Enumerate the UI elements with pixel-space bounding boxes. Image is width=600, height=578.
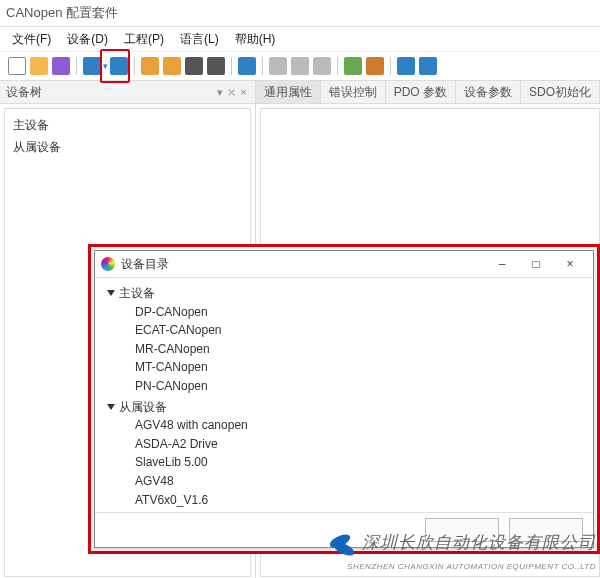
folder-open-icon[interactable] bbox=[163, 57, 181, 75]
dialog-ok-button[interactable] bbox=[425, 518, 499, 542]
menu-file[interactable]: 文件(F) bbox=[4, 27, 59, 51]
chevron-down-icon bbox=[107, 404, 115, 410]
menu-help[interactable]: 帮助(H) bbox=[227, 27, 284, 51]
catalog-item[interactable]: AGV48 with canopen bbox=[107, 416, 581, 435]
menu-device[interactable]: 设备(D) bbox=[59, 27, 116, 51]
device-catalog-dialog: 设备目录 – □ × 主设备DP-CANopenECAT-CANopenMR-C… bbox=[94, 250, 594, 548]
dialog-cancel-button[interactable] bbox=[509, 518, 583, 542]
dialog-body: 主设备DP-CANopenECAT-CANopenMR-CANopenMT-CA… bbox=[95, 278, 593, 512]
wand-icon[interactable] bbox=[185, 57, 203, 75]
tab-4[interactable]: SDO初始化 bbox=[521, 81, 600, 103]
play-icon[interactable] bbox=[291, 57, 309, 75]
stop-icon[interactable] bbox=[269, 57, 287, 75]
pause-icon[interactable] bbox=[313, 57, 331, 75]
gear-icon[interactable] bbox=[207, 57, 225, 75]
highlight-rect bbox=[100, 49, 130, 83]
dialog-footer bbox=[95, 512, 593, 547]
dialog-highlight-frame: 设备目录 – □ × 主设备DP-CANopenECAT-CANopenMR-C… bbox=[88, 244, 600, 554]
dialog-title: 设备目录 bbox=[121, 256, 485, 273]
close-pane-icon[interactable]: × bbox=[240, 86, 246, 98]
catalog-item[interactable]: MT-CANopen bbox=[107, 358, 581, 377]
catalog-item[interactable]: PN-CANopen bbox=[107, 377, 581, 396]
catalog-item[interactable]: ATV6x0_V1.6 bbox=[107, 491, 581, 510]
menu-language[interactable]: 语言(L) bbox=[172, 27, 227, 51]
tab-3[interactable]: 设备参数 bbox=[456, 81, 521, 103]
help-icon[interactable] bbox=[419, 57, 437, 75]
tabs: 通用属性错误控制PDO 参数设备参数SDO初始化 bbox=[256, 81, 600, 104]
maximize-button[interactable]: □ bbox=[519, 254, 553, 274]
chevron-down-icon bbox=[107, 290, 115, 296]
dropdown-icon[interactable]: ▾ bbox=[217, 86, 223, 99]
catalog-item[interactable]: DP-CANopen bbox=[107, 303, 581, 322]
toolbar: ▾ bbox=[0, 51, 600, 81]
pin-icon[interactable]: ⤫ bbox=[227, 86, 236, 99]
catalog-item[interactable]: ASDA-A2 Drive bbox=[107, 435, 581, 454]
window-titlebar: CANopen 配置套件 bbox=[0, 0, 600, 27]
save2-icon[interactable] bbox=[344, 57, 362, 75]
tree-item[interactable]: 从属设备 bbox=[13, 137, 242, 159]
menu-project[interactable]: 工程(P) bbox=[116, 27, 172, 51]
catalog-item[interactable]: AGV48 bbox=[107, 472, 581, 491]
tab-0[interactable]: 通用属性 bbox=[256, 81, 321, 103]
export-icon[interactable] bbox=[366, 57, 384, 75]
save-icon[interactable] bbox=[52, 57, 70, 75]
new-icon[interactable] bbox=[8, 57, 26, 75]
edit-icon[interactable] bbox=[141, 57, 159, 75]
minimize-button[interactable]: – bbox=[485, 254, 519, 274]
close-button[interactable]: × bbox=[553, 254, 587, 274]
window-title: CANopen 配置套件 bbox=[6, 5, 118, 20]
catalog-group[interactable]: 从属设备 bbox=[107, 398, 581, 417]
catalog-item[interactable]: SlaveLib 5.00 bbox=[107, 453, 581, 472]
dialog-titlebar[interactable]: 设备目录 – □ × bbox=[95, 251, 593, 278]
menubar: 文件(F) 设备(D) 工程(P) 语言(L) 帮助(H) bbox=[0, 27, 600, 51]
catalog-group[interactable]: 主设备 bbox=[107, 284, 581, 303]
catalog-item[interactable]: ECAT-CANopen bbox=[107, 321, 581, 340]
tab-1[interactable]: 错误控制 bbox=[321, 81, 386, 103]
refresh-sync-icon[interactable] bbox=[238, 57, 256, 75]
table-icon[interactable] bbox=[397, 57, 415, 75]
dialog-app-icon bbox=[101, 257, 115, 271]
open-icon[interactable] bbox=[30, 57, 48, 75]
device-tree-header: 设备树 ▾ ⤫ × bbox=[0, 81, 255, 104]
catalog-item[interactable]: MR-CANopen bbox=[107, 340, 581, 359]
tree-item[interactable]: 主设备 bbox=[13, 115, 242, 137]
tab-2[interactable]: PDO 参数 bbox=[386, 81, 456, 103]
device-tree-title: 设备树 bbox=[6, 84, 42, 101]
tree-icon[interactable] bbox=[83, 57, 101, 75]
